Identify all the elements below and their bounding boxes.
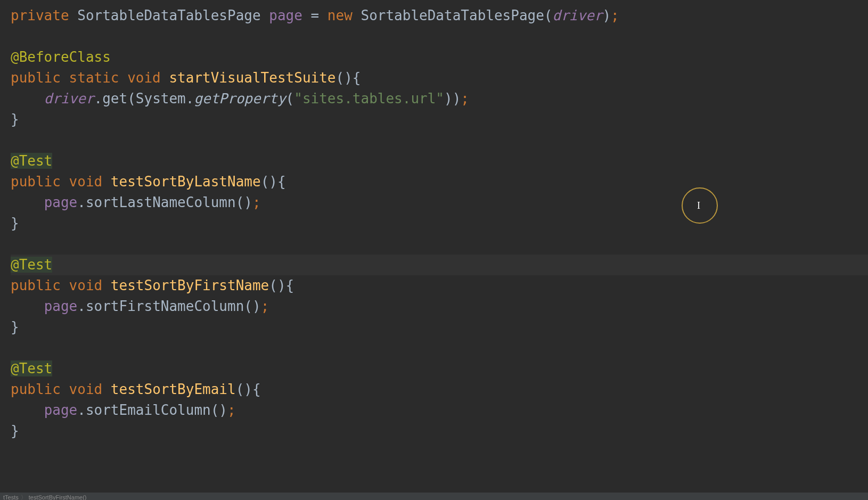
code-line[interactable]: page.sortLastNameColumn();: [11, 192, 868, 213]
parens: (): [269, 277, 285, 293]
dot: .: [186, 91, 194, 106]
equals: =: [311, 7, 320, 23]
code-editor[interactable]: private SortableDataTablesPage page = ne…: [0, 0, 868, 441]
rparen: ): [602, 7, 611, 23]
semicolon: ;: [611, 7, 619, 23]
dot: .: [77, 402, 86, 418]
breadcrumb-item[interactable]: tTests: [3, 494, 19, 500]
method-name: testSortByFirstName: [111, 277, 269, 293]
field-name: page: [269, 7, 302, 23]
code-line-current[interactable]: @Test: [11, 255, 868, 275]
annotation-test: @Test: [11, 257, 52, 273]
keyword-static: static: [69, 70, 119, 86]
code-line[interactable]: driver.get(System.getProperty("sites.tab…: [11, 88, 868, 109]
code-line-blank[interactable]: [11, 234, 868, 255]
semicolon: ;: [461, 91, 469, 106]
parens: (): [244, 298, 260, 314]
lbrace: {: [286, 277, 294, 293]
lparen: (: [544, 7, 553, 23]
breadcrumb-item[interactable]: testSortByFirstName(): [29, 494, 87, 500]
lbrace: {: [277, 174, 286, 190]
method-call: sortFirstNameColumn: [86, 298, 244, 314]
method-call: sortLastNameColumn: [86, 194, 236, 210]
code-line[interactable]: }: [11, 109, 868, 130]
semicolon: ;: [252, 194, 261, 210]
code-line[interactable]: }: [11, 213, 868, 234]
field-driver: driver: [44, 91, 94, 106]
code-line-blank[interactable]: [11, 130, 868, 151]
keyword-new: new: [327, 7, 353, 23]
rparen: ): [444, 91, 453, 106]
keyword-public: public: [11, 277, 61, 293]
code-line[interactable]: page.sortFirstNameColumn();: [11, 296, 868, 317]
method-call: sortEmailColumn: [86, 402, 211, 418]
rbrace: }: [11, 319, 19, 335]
parens: (): [236, 194, 252, 210]
code-line-blank[interactable]: [11, 338, 868, 358]
rparen: ): [453, 91, 461, 106]
code-line[interactable]: page.sortEmailColumn();: [11, 400, 868, 421]
breadcrumb-bar[interactable]: tTests〉testSortByFirstName(): [0, 493, 868, 500]
keyword-public: public: [11, 174, 61, 190]
lbrace: {: [353, 70, 361, 86]
dot: .: [77, 298, 86, 314]
code-line[interactable]: }: [11, 317, 868, 338]
dot: .: [77, 194, 86, 210]
rbrace: }: [11, 111, 19, 127]
method-name: testSortByEmail: [111, 381, 236, 397]
semicolon: ;: [227, 402, 236, 418]
method-getproperty: getProperty: [194, 91, 285, 106]
semicolon: ;: [261, 298, 269, 314]
lbrace: {: [252, 381, 261, 397]
code-line[interactable]: private SortableDataTablesPage page = ne…: [11, 5, 868, 26]
keyword-void: void: [69, 174, 103, 190]
parens: (): [261, 174, 277, 190]
method-name: startVisualTestSuite: [169, 70, 335, 86]
keyword-public: public: [11, 381, 61, 397]
keyword-public: public: [11, 70, 61, 86]
dot: .: [94, 91, 103, 106]
code-line[interactable]: public void testSortByLastName(){: [11, 171, 868, 192]
code-line[interactable]: public void testSortByEmail(){: [11, 379, 868, 400]
param-driver: driver: [553, 7, 603, 23]
parens: (): [236, 381, 252, 397]
keyword-void: void: [127, 70, 161, 86]
field-page: page: [44, 194, 78, 210]
method-get: get: [102, 91, 127, 106]
code-line[interactable]: }: [11, 421, 868, 441]
rbrace: }: [11, 215, 19, 231]
code-line[interactable]: public static void startVisualTestSuite(…: [11, 68, 868, 88]
type-name: SortableDataTablesPage: [77, 7, 260, 23]
keyword-void: void: [69, 381, 103, 397]
parens: (): [336, 70, 353, 86]
annotation-test: @Test: [11, 153, 52, 169]
breadcrumb-separator-icon: 〉: [21, 494, 27, 500]
code-line[interactable]: @BeforeClass: [11, 47, 868, 68]
lparen: (: [127, 91, 136, 106]
code-line[interactable]: public void testSortByFirstName(){: [11, 275, 868, 296]
string-literal: "sites.tables.url": [294, 91, 444, 106]
method-name: testSortByLastName: [111, 174, 261, 190]
class-system: System: [136, 91, 186, 106]
rbrace: }: [11, 423, 19, 439]
code-line[interactable]: @Test: [11, 358, 868, 379]
field-page: page: [44, 298, 78, 314]
keyword-private: private: [11, 7, 69, 23]
keyword-void: void: [69, 277, 103, 293]
annotation-test: @Test: [11, 360, 52, 376]
code-line-blank[interactable]: [11, 26, 868, 47]
field-page: page: [44, 402, 78, 418]
annotation-beforeclass: @BeforeClass: [11, 49, 111, 65]
constructor-name: SortableDataTablesPage: [361, 7, 544, 23]
code-line[interactable]: @Test: [11, 151, 868, 171]
lparen: (: [286, 91, 294, 106]
parens: (): [211, 402, 227, 418]
